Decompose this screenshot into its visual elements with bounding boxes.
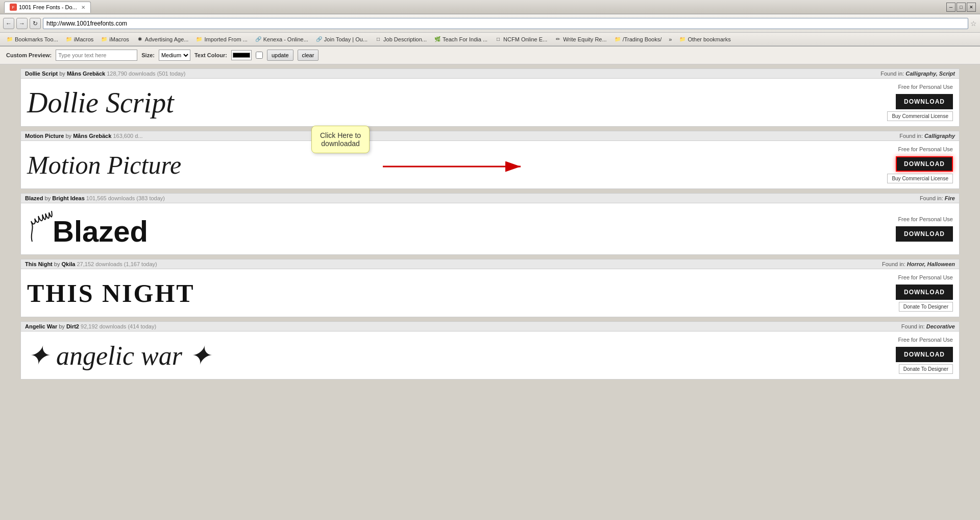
- font-preview: THiS NiGHT: [27, 278, 896, 308]
- download-button[interactable]: DOWNLOAD: [896, 226, 953, 242]
- bookmark-ncfm[interactable]: □ NCFM Online E...: [492, 35, 550, 44]
- bookmark-label: Kenexa - Online...: [263, 36, 308, 42]
- font-by: by: [45, 195, 51, 201]
- free-personal-label: Free for Personal Use: [898, 146, 953, 152]
- font-author: Qkila: [62, 261, 76, 267]
- download-button[interactable]: DOWNLOAD: [896, 347, 953, 362]
- font-card-body: Blazed Free for Personal Use DOWNLOAD: [21, 203, 959, 254]
- minimize-button[interactable]: ─: [946, 3, 955, 12]
- forward-button[interactable]: →: [16, 18, 28, 29]
- bookmark-write[interactable]: ✏ Write Equity Re...: [551, 35, 609, 44]
- font-preview-text: THiS NiGHT: [27, 279, 195, 308]
- nav-bar: ← → ↻ ☆: [0, 14, 980, 33]
- text-color-checkbox[interactable]: [256, 52, 263, 59]
- font-preview-text: Blazed: [27, 208, 241, 249]
- font-downloads: 128,790 downloads (501 today): [107, 70, 185, 77]
- download-button[interactable]: DOWNLOAD: [896, 94, 953, 109]
- custom-preview-label: Custom Preview:: [6, 52, 52, 58]
- refresh-button[interactable]: ↻: [30, 18, 41, 29]
- font-card-header-left: Motion Picture by Måns Grebäck 163,600 d…: [25, 133, 143, 139]
- download-button[interactable]: DOWNLOAD: [896, 285, 953, 300]
- svg-text:Blazed: Blazed: [53, 215, 148, 248]
- bookmark-more[interactable]: »: [666, 35, 675, 43]
- font-by: by: [65, 133, 71, 139]
- font-categories[interactable]: Calligraphy: [924, 133, 955, 139]
- bookmark-label: Job Description...: [383, 36, 427, 42]
- bookmark-imacros1[interactable]: 📁 iMacros: [62, 35, 97, 44]
- bookmark-advertising[interactable]: ✱ Advertising Age...: [133, 35, 192, 44]
- font-action: Free for Personal Use DOWNLOAD Buy Comme…: [887, 84, 953, 121]
- browser-tab[interactable]: F 1001 Free Fonts - Do... ✕: [4, 2, 91, 13]
- tab-close-btn[interactable]: ✕: [81, 5, 85, 10]
- donate-button[interactable]: Donate To Designer: [899, 364, 953, 374]
- font-preview-text: Motion Picture: [27, 151, 181, 179]
- bookmark-label: iMacros: [109, 36, 129, 42]
- custom-preview-input[interactable]: [56, 50, 137, 61]
- font-action: Free for Personal Use DOWNLOAD Buy Comme…: [887, 146, 953, 183]
- font-preview: ✦ angelic war ✦: [27, 340, 896, 371]
- font-card-header: This Night by Qkila 27,152 downloads (1,…: [21, 259, 959, 269]
- font-author: Måns Grebäck: [67, 70, 105, 77]
- bookmark-star-icon[interactable]: ☆: [970, 19, 977, 28]
- bookmark-job[interactable]: □ Job Description...: [372, 35, 430, 44]
- font-categories[interactable]: Calligraphy, Script: [905, 70, 955, 77]
- donate-button[interactable]: Donate To Designer: [899, 302, 953, 312]
- link-icon: 🔗: [255, 36, 262, 43]
- update-button[interactable]: update: [267, 50, 293, 61]
- bookmark-label: Write Equity Re...: [563, 36, 606, 42]
- commercial-button[interactable]: Buy Commercial License: [887, 174, 953, 183]
- free-personal-label: Free for Personal Use: [898, 84, 953, 90]
- bookmark-join[interactable]: 🔗 Join Today | Ou...: [312, 35, 371, 44]
- font-card-body: ✦ angelic war ✦ Free for Personal Use DO…: [21, 332, 959, 379]
- bookmark-teach[interactable]: 🌿 Teach For India ...: [431, 35, 491, 44]
- bookmark-bookmarks-too[interactable]: 📁 Bookmarks Too...: [3, 35, 61, 44]
- more-label: »: [669, 36, 672, 42]
- link-icon: ✏: [554, 36, 561, 43]
- found-in-label: Found in:: [920, 195, 943, 201]
- font-categories[interactable]: Fire: [945, 195, 955, 201]
- bookmarks-bar: 📁 Bookmarks Too... 📁 iMacros 📁 iMacros ✱…: [0, 33, 980, 46]
- close-button[interactable]: ✕: [967, 3, 976, 12]
- folder-icon: 📁: [679, 36, 686, 43]
- link-icon: □: [375, 36, 382, 43]
- font-card-header-left: Dollie Script by Måns Grebäck 128,790 do…: [25, 70, 185, 77]
- bookmark-imacros2[interactable]: 📁 iMacros: [97, 35, 132, 44]
- url-bar[interactable]: [43, 18, 968, 29]
- bookmark-label: Other bookmarks: [688, 36, 730, 42]
- font-card-body: THiS NiGHT Free for Personal Use DOWNLOA…: [21, 269, 959, 317]
- download-button-highlighted[interactable]: DOWNLOAD: [896, 156, 953, 172]
- font-card-angelic-war: Angelic War by Dirt2 92,192 downloads (4…: [20, 321, 960, 380]
- back-button[interactable]: ←: [3, 18, 14, 29]
- tooltip-container: Click Here to downloadad: [311, 126, 370, 153]
- size-label: Size:: [141, 52, 155, 58]
- size-select[interactable]: Small Medium Large: [159, 50, 190, 61]
- bookmark-label: Imported From ...: [204, 36, 247, 42]
- font-card-body: Motion Picture Free for Personal Use DOW…: [21, 141, 959, 188]
- font-downloads: 101,565 downloads (383 today): [86, 195, 165, 201]
- bookmark-imported[interactable]: 📁 Imported From ...: [192, 35, 250, 44]
- bookmark-label: iMacros: [74, 36, 94, 42]
- bookmark-other[interactable]: 📁 Other bookmarks: [676, 35, 733, 44]
- font-name: This Night: [25, 261, 53, 267]
- found-in-label: Found in:: [880, 70, 904, 77]
- commercial-button[interactable]: Buy Commercial License: [887, 111, 953, 121]
- font-categories[interactable]: Decorative: [926, 323, 955, 329]
- tooltip-text: Click Here to downloadad: [320, 131, 361, 148]
- bookmark-kenexa[interactable]: 🔗 Kenexa - Online...: [252, 35, 311, 44]
- font-categories[interactable]: Horror, Halloween: [907, 261, 955, 267]
- maximize-button[interactable]: □: [957, 3, 966, 12]
- bookmark-trading[interactable]: 📁 /Trading Books/: [611, 35, 665, 44]
- found-in-label: Found in:: [882, 261, 905, 267]
- font-card-header-left: This Night by Qkila 27,152 downloads (1,…: [25, 261, 157, 267]
- font-by: by: [59, 70, 65, 77]
- text-color-picker[interactable]: [231, 50, 252, 60]
- free-personal-label: Free for Personal Use: [898, 337, 953, 343]
- font-card-header: Blazed by Bright Ideas 101,565 downloads…: [21, 194, 959, 203]
- clear-button[interactable]: clear: [298, 50, 319, 61]
- tab-title: 1001 Free Fonts - Do...: [19, 4, 77, 10]
- font-downloads: 27,152 downloads (1,167 today): [77, 261, 157, 267]
- font-card-header-right: Found in: Calligraphy, Script: [880, 70, 955, 77]
- folder-icon: 📁: [6, 36, 13, 43]
- font-card-body: Dollie Script Free for Personal Use DOWN…: [21, 79, 959, 126]
- bookmark-star-icon: ✱: [136, 36, 143, 43]
